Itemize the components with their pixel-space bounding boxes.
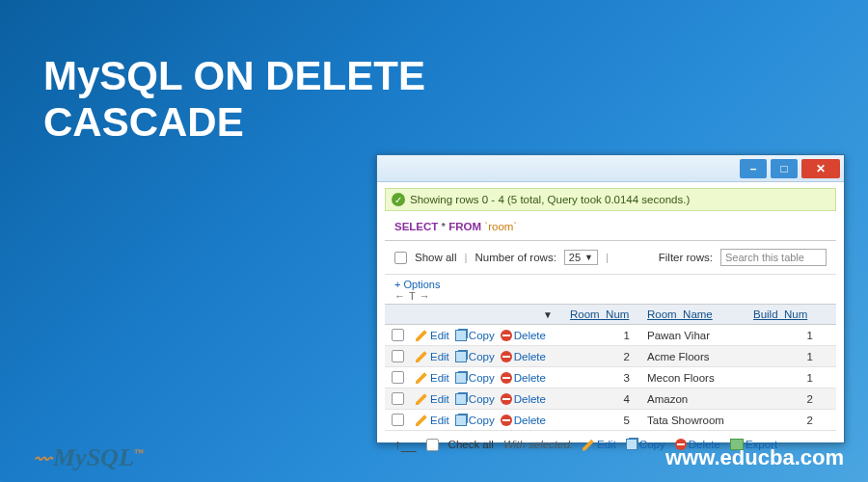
column-t: T — [409, 290, 416, 302]
edit-button[interactable]: Edit — [416, 392, 449, 405]
pencil-icon — [416, 414, 428, 426]
bulk-delete-button[interactable]: Delete — [675, 439, 720, 450]
show-all-label: Show all — [415, 252, 456, 263]
delete-icon — [501, 415, 512, 426]
num-rows-label: Number of rows: — [475, 252, 556, 263]
dolphin-icon: 〰 — [34, 450, 51, 469]
delete-button[interactable]: Delete — [501, 330, 546, 341]
table-row: Edit Copy Delete 5 Tata Showroom 2 — [385, 410, 836, 431]
copy-icon — [626, 439, 637, 450]
row-checkbox[interactable] — [392, 371, 404, 384]
query-status: ✓ Showing rows 0 - 4 (5 total, Query too… — [385, 188, 836, 211]
cell-room-name: Tata Showroom — [641, 411, 747, 430]
select-arrow-icon: ↑__ — [394, 437, 417, 452]
table-row: Edit Copy Delete 4 Amazon 2 — [385, 388, 836, 410]
header-room-num[interactable]: Room_Num — [564, 305, 641, 324]
cell-build-num: 1 — [747, 347, 825, 366]
copy-icon — [455, 415, 467, 426]
sql-query: SELECT * FROM `room` — [385, 217, 836, 241]
bulk-export-button[interactable]: Export — [730, 439, 777, 450]
cell-room-name: Amazon — [641, 389, 747, 409]
options-toggle[interactable]: + Options — [394, 279, 440, 290]
header-checkbox-col — [385, 310, 410, 318]
pencil-icon — [416, 392, 428, 405]
copy-button[interactable]: Copy — [455, 372, 495, 384]
row-checkbox[interactable] — [392, 329, 404, 341]
delete-button[interactable]: Delete — [501, 351, 546, 362]
bulk-edit-button[interactable]: Edit — [583, 439, 616, 451]
sort-caret-icon[interactable]: ▼ — [543, 309, 553, 320]
cell-room-name: Pawan Vihar — [641, 326, 747, 345]
table-row: Edit Copy Delete 3 Mecon Floors 1 — [385, 367, 836, 388]
title-line-2: CASCADE — [43, 99, 244, 145]
row-checkbox[interactable] — [392, 350, 404, 362]
copy-button[interactable]: Copy — [455, 351, 495, 362]
header-room-name[interactable]: Room_Name — [641, 305, 747, 324]
edit-button[interactable]: Edit — [416, 414, 449, 426]
pencil-icon — [416, 350, 428, 362]
edit-button[interactable]: Edit — [416, 350, 449, 362]
sql-select: SELECT — [394, 221, 438, 232]
copy-button[interactable]: Copy — [455, 415, 495, 426]
cell-build-num: 1 — [747, 326, 825, 345]
logo-tm: ™ — [134, 447, 144, 458]
copy-button[interactable]: Copy — [455, 330, 495, 341]
edit-button[interactable]: Edit — [416, 371, 449, 384]
row-checkbox[interactable] — [392, 392, 404, 405]
window-content: ✓ Showing rows 0 - 4 (5 total, Query too… — [377, 188, 844, 458]
copy-icon — [455, 330, 467, 341]
cell-room-num: 3 — [564, 368, 641, 388]
delete-icon — [675, 439, 687, 450]
row-checkbox[interactable] — [392, 414, 404, 426]
copy-button[interactable]: Copy — [455, 393, 495, 405]
cell-build-num: 2 — [747, 389, 825, 409]
app-window: – □ ✕ ✓ Showing rows 0 - 4 (5 total, Que… — [376, 154, 845, 443]
filter-rows-label: Filter rows: — [659, 252, 713, 263]
header-build-num[interactable]: Build_Num — [747, 305, 825, 324]
delete-button[interactable]: Delete — [501, 415, 546, 426]
sql-table: `room` — [484, 221, 517, 232]
table-header: ▼ Room_Num Room_Name Build_Num — [385, 305, 836, 325]
export-icon — [730, 439, 744, 450]
bulk-actions-bar: ↑__ Check all With selected: Edit Copy D… — [385, 431, 836, 458]
arrow-right-icon[interactable]: → — [420, 290, 430, 302]
cell-room-num: 4 — [564, 389, 641, 409]
delete-icon — [501, 372, 512, 384]
filter-bar: Show all | Number of rows: 25 ▼ | Filter… — [385, 241, 836, 275]
cell-build-num: 2 — [747, 411, 825, 430]
page-title: MySQL ON DELETE CASCADE — [43, 53, 425, 147]
with-selected-label: With selected: — [503, 439, 573, 450]
delete-icon — [501, 351, 512, 362]
window-maximize-button[interactable]: □ — [771, 159, 798, 178]
mysql-logo: 〰MySQL™ — [34, 443, 144, 472]
window-close-button[interactable]: ✕ — [801, 159, 840, 178]
table-row: Edit Copy Delete 2 Acme Floors 1 — [385, 346, 836, 367]
check-all-label: Check all — [448, 439, 494, 450]
arrow-left-icon[interactable]: ← — [394, 290, 405, 302]
table-row: Edit Copy Delete 1 Pawan Vihar 1 — [385, 325, 836, 346]
num-rows-value: 25 — [569, 252, 581, 263]
logo-text: MySQL — [53, 443, 134, 471]
column-move-controls: ← T → — [385, 290, 836, 304]
delete-button[interactable]: Delete — [501, 372, 546, 384]
cell-room-num: 1 — [564, 326, 641, 345]
status-text: Showing rows 0 - 4 (5 total, Query took … — [410, 194, 690, 205]
window-minimize-button[interactable]: – — [740, 159, 767, 178]
cell-room-name: Mecon Floors — [641, 368, 747, 388]
divider: | — [606, 252, 609, 263]
check-icon: ✓ — [392, 193, 405, 206]
delete-icon — [501, 393, 512, 405]
bulk-copy-button[interactable]: Copy — [626, 439, 665, 450]
delete-button[interactable]: Delete — [501, 393, 546, 405]
search-input[interactable]: Search this table — [720, 249, 827, 266]
chevron-down-icon: ▼ — [584, 253, 593, 262]
edit-button[interactable]: Edit — [416, 329, 449, 341]
pencil-icon — [583, 439, 595, 451]
num-rows-select[interactable]: 25 ▼ — [564, 250, 598, 265]
cell-room-name: Acme Floors — [641, 347, 747, 366]
check-all-checkbox[interactable] — [426, 439, 439, 451]
copy-icon — [455, 372, 467, 384]
window-titlebar: – □ ✕ — [377, 155, 844, 182]
pencil-icon — [416, 371, 428, 384]
show-all-checkbox[interactable] — [394, 252, 407, 264]
